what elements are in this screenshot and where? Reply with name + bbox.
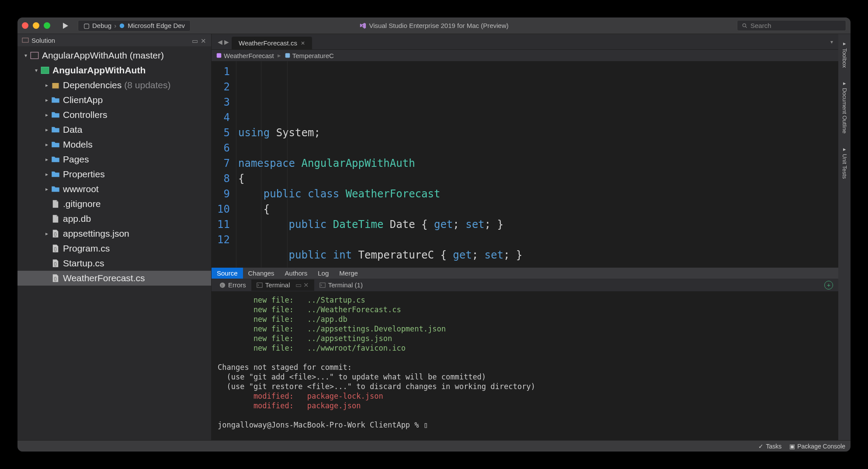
bottom-tab-errors[interactable]: !Errors: [214, 279, 251, 290]
term-icon: [257, 282, 263, 288]
expand-arrow-icon[interactable]: ▸: [43, 127, 51, 133]
tree-item-controllers[interactable]: ▸Controllers: [17, 107, 211, 122]
blame-tab-authors[interactable]: Authors: [280, 268, 313, 279]
blame-tab-log[interactable]: Log: [312, 268, 334, 279]
tree-item-program-cs[interactable]: {}Program.cs: [17, 241, 211, 256]
expand-arrow-icon[interactable]: ▸: [43, 171, 51, 177]
solution-pad: Solution ▭ ✕ ▾AngularAppWithAuth (master…: [17, 34, 212, 440]
folder-icon: [51, 110, 60, 120]
tree-item-angularappwithauth[interactable]: ▾AngularAppWithAuth: [17, 63, 211, 78]
code-area[interactable]: using System; namespace AngularAppWithAu…: [236, 62, 838, 267]
terminal-output[interactable]: new file: ../Startup.cs new file: ../Wea…: [212, 292, 838, 440]
error-icon: !: [219, 282, 226, 288]
global-search[interactable]: Search: [737, 20, 846, 31]
minimize-window-button[interactable]: [33, 22, 39, 29]
expand-arrow-icon[interactable]: ▾: [22, 52, 30, 59]
tasks-button[interactable]: ✓Tasks: [758, 443, 781, 450]
close-tab-icon[interactable]: ✕: [301, 40, 305, 46]
svg-text:{}: {}: [54, 247, 57, 252]
bottom-tab-terminal[interactable]: Terminal▭ ✕: [251, 279, 314, 291]
tree-item-label: WeatherForecast.cs: [63, 273, 145, 283]
tree-item-angularappwithauth-master-[interactable]: ▾AngularAppWithAuth (master): [17, 48, 211, 63]
tree-item-label: appsettings.json: [63, 228, 129, 239]
tree-item-weatherforecast-cs[interactable]: {}WeatherForecast.cs: [17, 271, 211, 286]
folder-icon: [51, 140, 60, 149]
tab-overflow-icon[interactable]: ▾: [825, 39, 838, 45]
tree-item-label: Dependencies: [63, 80, 122, 90]
tree-item-appsettings-json[interactable]: ▸{}appsettings.json: [17, 226, 211, 241]
titlebar: ▢ Debug › Microsoft Edge Dev Visual Stud…: [17, 17, 851, 34]
cs-icon: {}: [51, 229, 60, 238]
dock-tab-document-outline[interactable]: ▸ Document Outline: [841, 77, 848, 136]
nav-fwd-icon[interactable]: ▶: [224, 38, 229, 45]
breadcrumb-bar[interactable]: WeatherForecast ▸ TemperatureC: [212, 50, 838, 62]
expand-arrow-icon[interactable]: ▸: [43, 82, 51, 88]
package-console-button[interactable]: ▣Package Console: [789, 443, 845, 450]
close-pad-icon[interactable]: ✕: [201, 37, 207, 43]
add-terminal-button[interactable]: +: [824, 281, 833, 290]
nav-back-icon[interactable]: ◀: [218, 38, 222, 45]
expand-arrow-icon[interactable]: ▸: [43, 156, 51, 162]
blame-bar: SourceChangesAuthorsLogMerge: [212, 267, 838, 279]
solution-icon: [22, 37, 29, 44]
blame-tab-merge[interactable]: Merge: [334, 268, 363, 279]
folder-icon: [51, 155, 60, 164]
tree-item-label: Pages: [63, 154, 89, 165]
tree-item--gitignore[interactable]: .gitignore: [17, 197, 211, 211]
tree-item-app-db[interactable]: app.db: [17, 211, 211, 226]
right-dock: ▸ Toolbox▸ Document Outline▸ Unit Tests: [838, 34, 851, 440]
svg-text:{}: {}: [54, 276, 57, 281]
tab-label: WeatherForecast.cs: [239, 39, 297, 47]
file-icon: [51, 199, 60, 209]
code-editor[interactable]: 123456789101112 using System; namespace …: [212, 62, 838, 267]
expand-arrow-icon[interactable]: ▸: [43, 97, 51, 103]
close-pad-icon[interactable]: ▭ ✕: [295, 281, 309, 289]
tree-item-clientapp[interactable]: ▸ClientApp: [17, 93, 211, 107]
tree-item-models[interactable]: ▸Models: [17, 137, 211, 152]
folder-icon: [51, 95, 60, 105]
package-icon: ▣: [789, 443, 795, 450]
solution-tree[interactable]: ▾AngularAppWithAuth (master)▾AngularAppW…: [17, 46, 211, 440]
line-gutter: 123456789101112: [212, 62, 236, 267]
bottom-tab-terminal-1-[interactable]: Terminal (1): [314, 279, 368, 290]
expand-arrow-icon[interactable]: ▾: [32, 67, 40, 73]
check-icon: ✓: [758, 443, 764, 450]
expand-arrow-icon[interactable]: ▸: [43, 231, 51, 237]
tree-item-startup-cs[interactable]: {}Startup.cs: [17, 256, 211, 271]
tree-item-pages[interactable]: ▸Pages: [17, 152, 211, 167]
svg-rect-10: [217, 53, 222, 58]
bottom-pad-tabs: !ErrorsTerminal▭ ✕Terminal (1)+: [212, 279, 838, 292]
solution-pad-header[interactable]: Solution ▭ ✕: [17, 34, 211, 46]
tree-item-label: Models: [63, 139, 93, 150]
svg-rect-3: [31, 52, 38, 59]
tree-item-label: Data: [63, 124, 82, 135]
autohide-icon[interactable]: ▭: [192, 37, 198, 43]
dock-tab-unit-tests[interactable]: ▸ Unit Tests: [841, 143, 848, 181]
tree-item-wwwroot[interactable]: ▸wwwroot: [17, 182, 211, 197]
tree-item-properties[interactable]: ▸Properties: [17, 167, 211, 182]
blame-tab-source[interactable]: Source: [212, 268, 243, 279]
visual-studio-icon: [359, 22, 366, 29]
dock-tab-toolbox[interactable]: ▸ Toolbox: [841, 38, 848, 70]
expand-arrow-icon[interactable]: ▸: [43, 141, 51, 148]
tree-item-dependencies[interactable]: ▸Dependencies(8 updates): [17, 78, 211, 93]
expand-arrow-icon[interactable]: ▸: [43, 112, 51, 118]
zoom-window-button[interactable]: [44, 22, 50, 29]
close-window-button[interactable]: [22, 22, 28, 29]
tree-item-data[interactable]: ▸Data: [17, 122, 211, 137]
file-tab[interactable]: WeatherForecast.cs ✕: [232, 37, 312, 49]
expand-arrow-icon[interactable]: ▸: [43, 186, 51, 192]
file-icon: [51, 214, 60, 224]
solution-icon: [30, 51, 39, 60]
blame-tab-changes[interactable]: Changes: [243, 268, 280, 279]
svg-rect-2: [22, 38, 28, 42]
run-button[interactable]: [59, 20, 71, 32]
run-config-selector[interactable]: ▢ Debug › Microsoft Edge Dev: [78, 20, 191, 31]
search-icon: [742, 23, 748, 29]
tree-item-label: Program.cs: [63, 243, 110, 254]
svg-rect-11: [285, 53, 290, 58]
folder-icon: [51, 125, 60, 134]
tree-item-label: .gitignore: [63, 199, 101, 209]
svg-text:{}: {}: [54, 262, 57, 266]
tree-item-label: app.db: [63, 214, 91, 224]
